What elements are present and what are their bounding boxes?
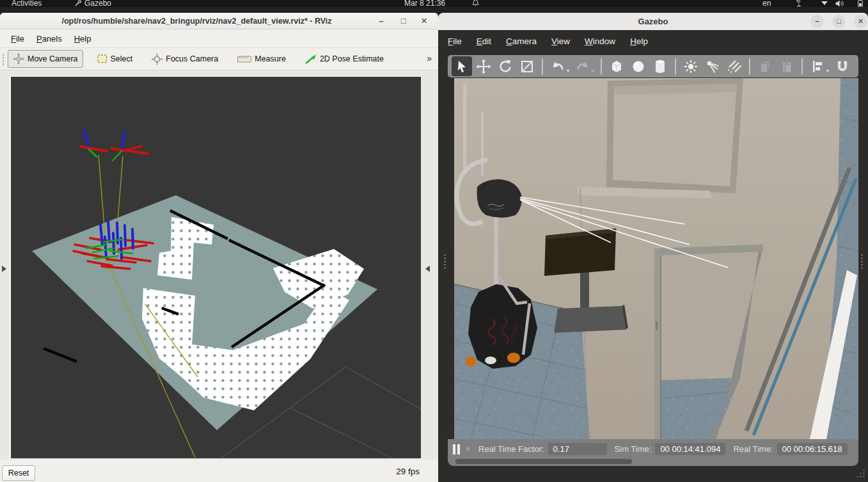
rviz-menu-file[interactable]: File	[6, 32, 29, 45]
align-button[interactable]: ▾	[807, 56, 831, 76]
toolbar-separator	[801, 58, 803, 75]
gazebo-maximize-button[interactable]: □	[832, 15, 846, 28]
redo-button: ▾	[572, 56, 596, 76]
system-top-bar: Activities Gazebo Mar 8 21:36 en	[0, 0, 868, 7]
scale-button[interactable]	[517, 56, 537, 76]
gazebo-toolbar: ▾▾▾	[448, 55, 858, 77]
rviz-tool-move-camera[interactable]: Move Camera	[8, 50, 83, 68]
focused-app-name: Gazebo	[84, 0, 111, 7]
real-time-factor-label: Real Time Factor:	[478, 444, 544, 454]
toolbar-separator	[542, 58, 543, 75]
rviz-status-bar: Reset 29 fps	[0, 460, 438, 482]
cylinder-button[interactable]	[650, 56, 670, 76]
collapse-right-panel-icon[interactable]	[425, 266, 430, 272]
copy-button	[755, 56, 775, 76]
rviz-maximize-button[interactable]: □	[395, 13, 412, 29]
rviz-toolbar-tools: Move CameraSelectFocus CameraMeasure2D P…	[8, 50, 389, 68]
gazebo-menu-view[interactable]: View	[549, 35, 572, 47]
rviz-tool-label: Focus Camera	[166, 54, 218, 63]
right-panel-grip-handle[interactable]	[860, 253, 864, 270]
gazebo-status-bar: Real Time Factor: 0.17 Sim Time: 00 00:1…	[448, 441, 858, 457]
notification-bell-icon[interactable]	[472, 0, 479, 7]
battery-icon[interactable]	[858, 0, 863, 7]
gazebo-menu-help[interactable]: Help	[627, 35, 651, 47]
gazebo-minimize-button[interactable]: –	[810, 15, 824, 28]
tray-lamp-icon[interactable]	[795, 0, 803, 7]
gazebo-menu-edit[interactable]: Edit	[474, 35, 494, 47]
gazebo-title-bar[interactable]: Gazebo – □ ✕	[438, 13, 868, 30]
move-camera-icon	[13, 53, 24, 65]
undo-button[interactable]: ▾	[548, 56, 571, 76]
paste-button	[777, 56, 797, 76]
rviz-tool-focus-camera[interactable]: Focus Camera	[146, 51, 223, 68]
scrollbar-thumb[interactable]	[455, 459, 632, 464]
dropdown-caret-icon[interactable]: ▾	[826, 68, 829, 76]
rviz-tool-select[interactable]: Select	[92, 51, 138, 67]
select-arrow-icon	[454, 58, 470, 75]
gazebo-window: Gazebo – □ ✕ FileEditCameraViewWindowHel…	[438, 13, 868, 482]
rviz-tool-label: 2D Pose Estimate	[320, 54, 384, 63]
focus-camera-icon	[152, 54, 162, 65]
spot-light-button[interactable]	[702, 56, 723, 76]
translate-button[interactable]	[473, 56, 494, 76]
gazebo-menu-file[interactable]: File	[445, 35, 464, 47]
box-button[interactable]	[606, 56, 627, 76]
tray-caret-icon[interactable]	[821, 0, 828, 7]
wrench-icon	[75, 0, 81, 6]
rviz-menu-help[interactable]: Help	[70, 32, 96, 45]
gazebo-window-title: Gazebo	[638, 17, 668, 26]
gazebo-3d-viewport[interactable]	[454, 78, 858, 439]
rviz-tool-measure[interactable]: Measure	[232, 51, 291, 67]
sphere-button[interactable]	[628, 56, 649, 76]
dropdown-caret-icon[interactable]: ▾	[567, 68, 569, 76]
gazebo-menu-camera[interactable]: Camera	[503, 35, 539, 47]
horizontal-scrollbar[interactable]	[454, 459, 852, 464]
clock-label: Mar 8 21:36	[404, 0, 445, 7]
rviz-3d-viewport[interactable]	[10, 77, 420, 458]
volume-icon[interactable]	[835, 0, 844, 7]
keyboard-layout-indicator[interactable]: en	[762, 0, 771, 7]
toolbar-grip-handle[interactable]	[2, 53, 5, 66]
rviz-3d-scene	[11, 77, 421, 458]
clock-menu[interactable]: Mar 8 21:36	[404, 0, 445, 7]
rviz-tool-2d-pose-estimate[interactable]: 2D Pose Estimate	[300, 51, 389, 67]
real-time-value: 00 00:06:15.618	[777, 443, 848, 455]
sim-time-label: Sim Time:	[615, 444, 652, 454]
rviz-tool-label: Move Camera	[28, 54, 78, 63]
snap-button[interactable]	[832, 56, 853, 76]
toolbar-separator	[675, 58, 676, 75]
gazebo-bottom-panel: Real Time Factor: 0.17 Sim Time: 00 00:1…	[448, 439, 858, 466]
select-icon	[97, 54, 107, 63]
rviz-menu-panels[interactable]: Panels	[32, 32, 67, 45]
select-arrow-button[interactable]	[452, 56, 472, 76]
directional-light-button[interactable]	[724, 56, 745, 76]
rviz-minimize-button[interactable]: –	[373, 13, 390, 29]
box-icon	[608, 58, 625, 75]
gazebo-close-button[interactable]: ✕	[854, 15, 867, 28]
gazebo-menu-window[interactable]: Window	[582, 35, 618, 47]
wall-recess	[606, 78, 743, 193]
rviz-close-button[interactable]: ✕	[416, 13, 432, 29]
cylinder-icon	[652, 58, 668, 75]
dropdown-caret-icon[interactable]: ▾	[592, 68, 594, 76]
rotate-button[interactable]	[495, 56, 516, 76]
rviz-tool-label: Measure	[255, 54, 286, 63]
step-button[interactable]	[466, 447, 470, 451]
point-light-button[interactable]	[681, 56, 701, 76]
toolbar-overflow-chevron[interactable]: »	[427, 53, 432, 63]
rviz-window: /opt/ros/humble/share/nav2_bringup/rviz/…	[0, 13, 438, 482]
keyboard-layout-label: en	[762, 0, 771, 7]
translate-icon	[475, 58, 492, 75]
activities-button[interactable]: Activities	[12, 0, 42, 7]
reset-button[interactable]: Reset	[2, 465, 35, 481]
pause-button[interactable]	[453, 444, 460, 454]
expand-left-panel-icon[interactable]	[2, 266, 6, 272]
rviz-title-bar[interactable]: /opt/ros/humble/share/nav2_bringup/rviz/…	[0, 13, 438, 29]
rotate-icon	[497, 58, 514, 75]
left-panel-grip-handle[interactable]	[443, 253, 446, 270]
redo-icon	[574, 58, 591, 75]
focused-app-menu[interactable]: Gazebo	[75, 0, 111, 7]
window-resize-grip[interactable]	[856, 469, 865, 478]
rviz-main-area	[0, 70, 438, 460]
fps-counter: 29 fps	[396, 467, 420, 476]
